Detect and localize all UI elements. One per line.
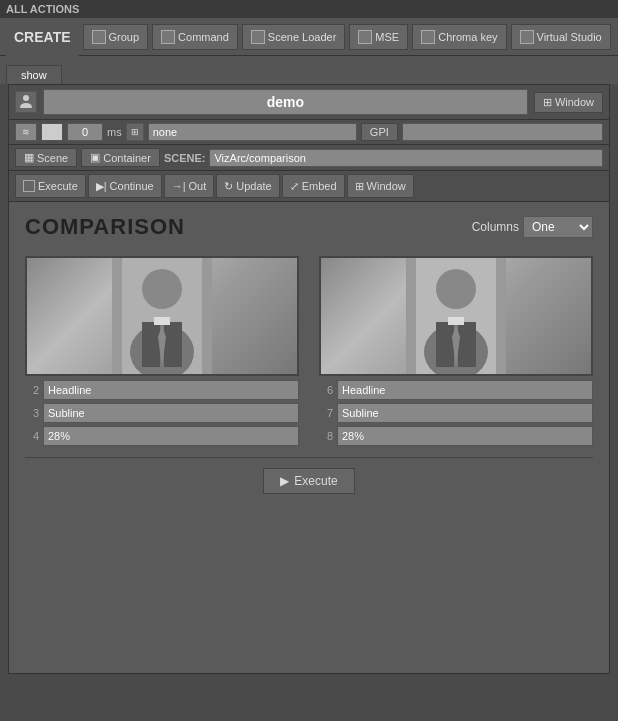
command-icon <box>161 30 175 44</box>
cards-row: 2 3 4 <box>25 256 593 449</box>
chroma-key-icon <box>421 30 435 44</box>
subline-input-1[interactable] <box>43 403 299 423</box>
svg-rect-5 <box>142 322 160 367</box>
tab-bar: show <box>0 56 618 84</box>
headline-input-1[interactable] <box>43 380 299 400</box>
svg-rect-6 <box>164 322 182 367</box>
columns-label: Columns <box>472 220 519 234</box>
person-photo-1 <box>112 257 212 375</box>
card-1-field-3: 4 <box>25 426 299 446</box>
subline-input-2[interactable] <box>337 403 593 423</box>
mse-icon <box>358 30 372 44</box>
field-num-2: 2 <box>25 384 39 396</box>
svg-rect-7 <box>154 317 170 325</box>
columns-select[interactable]: One Two Three <box>523 216 593 238</box>
svg-point-3 <box>142 269 182 309</box>
title-row: ⊞ Window <box>9 85 609 120</box>
container-tab-icon: ▣ <box>90 151 100 164</box>
scene-tab-button[interactable]: ▦ Scene <box>15 148 77 167</box>
card-2-field-1: 6 <box>319 380 593 400</box>
top-bar-title: ALL ACTIONS <box>6 3 79 15</box>
card-2: 6 7 8 <box>319 256 593 449</box>
scene-tab-icon: ▦ <box>24 151 34 164</box>
update-icon: ↻ <box>224 180 233 193</box>
actions-window-button[interactable]: ⊞ Window <box>347 174 414 198</box>
bottom-bar: ▶ Execute <box>25 457 593 504</box>
field-num-8: 8 <box>319 430 333 442</box>
card-2-photo <box>319 256 593 376</box>
chroma-key-button[interactable]: Chroma key <box>412 24 506 50</box>
avatar-icon <box>15 91 37 113</box>
bottom-execute-icon: ▶ <box>280 474 289 488</box>
out-icon: →| <box>172 180 186 192</box>
gpi-label-button[interactable]: GPI <box>361 123 398 141</box>
gpi-row: ≋ 0 ms ⊞ GPI <box>9 120 609 145</box>
scene-loader-button[interactable]: Scene Loader <box>242 24 346 50</box>
continue-icon: ▶| <box>96 180 107 193</box>
actions-window-icon: ⊞ <box>355 180 364 193</box>
gpi-checkbox-white[interactable] <box>41 123 63 141</box>
group-icon <box>92 30 106 44</box>
gpi-grid-icon: ⊞ <box>126 123 144 141</box>
toolbar: CREATE Group Command Scene Loader MSE Ch… <box>0 18 618 56</box>
container-tab-button[interactable]: ▣ Container <box>81 148 160 167</box>
comparison-header: COMPARISON Columns One Two Three <box>25 214 593 240</box>
update-button[interactable]: ↻ Update <box>216 174 279 198</box>
gpi-number: 0 <box>67 123 103 141</box>
virtual-studio-button[interactable]: Virtual Studio <box>511 24 611 50</box>
comparison-title: COMPARISON <box>25 214 185 240</box>
card-1-field-2: 3 <box>25 403 299 423</box>
card-1: 2 3 4 <box>25 256 299 449</box>
embed-button[interactable]: ⤢ Embed <box>282 174 345 198</box>
gpi-dropdown[interactable] <box>402 123 603 141</box>
scene-path-display: VizArc/comparison <box>209 149 603 167</box>
command-button[interactable]: Command <box>152 24 238 50</box>
headline-input-2[interactable] <box>337 380 593 400</box>
svg-rect-15 <box>448 317 464 325</box>
scene-row: ▦ Scene ▣ Container SCENE: VizArc/compar… <box>9 145 609 171</box>
card-1-field-1: 2 <box>25 380 299 400</box>
scene-prefix-label: SCENE: <box>164 152 206 164</box>
person-photo-2 <box>406 257 506 375</box>
card-2-field-2: 7 <box>319 403 593 423</box>
percent-input-1[interactable] <box>43 426 299 446</box>
bottom-execute-button[interactable]: ▶ Execute <box>263 468 354 494</box>
embed-icon: ⤢ <box>290 180 299 193</box>
svg-point-11 <box>436 269 476 309</box>
top-bar: ALL ACTIONS <box>0 0 618 18</box>
person-icon <box>17 93 35 111</box>
field-num-7: 7 <box>319 407 333 419</box>
card-1-photo <box>25 256 299 376</box>
scene-loader-icon <box>251 30 265 44</box>
gpi-ms-label: ms <box>107 126 122 138</box>
svg-rect-14 <box>458 322 476 367</box>
group-button[interactable]: Group <box>83 24 149 50</box>
field-num-3: 3 <box>25 407 39 419</box>
execute-button[interactable]: Execute <box>15 174 86 198</box>
create-button[interactable]: CREATE <box>6 18 79 56</box>
card-2-field-3: 8 <box>319 426 593 446</box>
percent-input-2[interactable] <box>337 426 593 446</box>
execute-icon <box>23 180 35 192</box>
virtual-studio-icon <box>520 30 534 44</box>
window-button[interactable]: ⊞ Window <box>534 92 603 113</box>
continue-button[interactable]: ▶| Continue <box>88 174 162 198</box>
svg-point-0 <box>23 95 29 101</box>
title-input[interactable] <box>43 89 528 115</box>
columns-control: Columns One Two Three <box>472 216 593 238</box>
content-area: COMPARISON Columns One Two Three <box>9 202 609 602</box>
field-num-4: 4 <box>25 430 39 442</box>
out-button[interactable]: →| Out <box>164 174 215 198</box>
field-num-6: 6 <box>319 384 333 396</box>
svg-rect-13 <box>436 322 454 367</box>
mse-button[interactable]: MSE <box>349 24 408 50</box>
gpi-stream-icon: ≋ <box>15 123 37 141</box>
window-icon: ⊞ <box>543 96 552 109</box>
actions-row: Execute ▶| Continue →| Out ↻ Update ⤢ Em… <box>9 171 609 202</box>
gpi-none-input[interactable] <box>148 123 357 141</box>
main-panel: ⊞ Window ≋ 0 ms ⊞ GPI ▦ Scene ▣ Containe… <box>8 84 610 674</box>
tab-show[interactable]: show <box>6 65 62 84</box>
